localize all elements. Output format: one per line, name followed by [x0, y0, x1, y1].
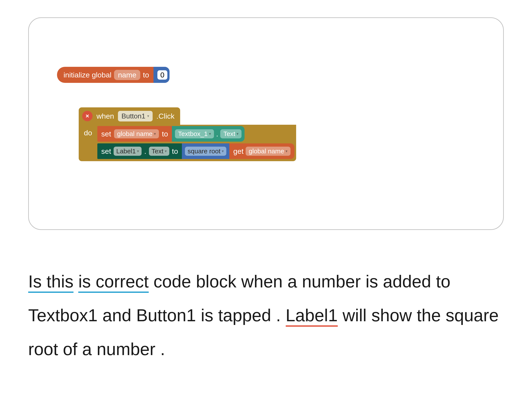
chevron-down-icon: ▾ [154, 131, 156, 136]
init-value[interactable]: 0 [157, 70, 168, 80]
math-op-dropdown[interactable]: square root ▾ [185, 147, 226, 156]
get-keyword: get [233, 147, 243, 156]
chevron-down-icon: ▾ [285, 149, 287, 154]
underline-label1: Label1 [286, 306, 338, 327]
set-var-segment: set global name ▾ to [97, 126, 172, 142]
when-keyword: when [96, 112, 114, 120]
textbox-label: Textbox_1 [178, 130, 208, 138]
code-panel: initialize global name to 0 × when Butto… [28, 17, 504, 230]
dot2: . [144, 147, 146, 156]
component-name: Button1 [121, 112, 145, 120]
init-prefix: initialize global [64, 71, 112, 79]
variable-dropdown[interactable]: global name ▾ [114, 129, 159, 138]
set-label-row[interactable]: set Label1 ▾ . Text ▾ to [97, 143, 294, 159]
to-keyword: to [162, 130, 168, 138]
text-prop-dropdown[interactable]: Text ▾ [220, 129, 241, 138]
chevron-down-icon: ▾ [209, 131, 211, 136]
underline-is-correct: is correct [78, 272, 149, 293]
text-prop-label: Text [223, 130, 235, 138]
math-op-label: square root [188, 148, 220, 155]
textbox-text-segment[interactable]: Textbox_1 ▾ . Text ▾ [172, 126, 245, 142]
component-dropdown[interactable]: Button1 ▾ [118, 111, 152, 121]
chevron-down-icon: ▾ [165, 149, 167, 154]
chevron-down-icon: ▾ [147, 114, 149, 118]
init-to: to [143, 71, 149, 79]
textbox-dropdown[interactable]: Textbox_1 ▾ [175, 129, 214, 138]
do-keyword: do [79, 125, 97, 161]
set-global-row[interactable]: set global name ▾ to Textbox_1 ▾ [97, 126, 294, 142]
label-dropdown[interactable]: Label1 ▾ [113, 147, 142, 156]
square-root-segment[interactable]: square root ▾ [182, 143, 229, 159]
variable-label: global name [117, 130, 152, 138]
do-body: set global name ▾ to Textbox_1 ▾ [97, 125, 296, 161]
get-var-segment[interactable]: get global name ▾ [229, 143, 294, 159]
do-container: do set global name ▾ to [79, 125, 296, 161]
to-keyword-2: to [172, 147, 178, 156]
init-orange-segment: initialize global name to [57, 67, 154, 83]
set-keyword: set [101, 130, 111, 138]
chevron-down-icon: ▾ [222, 149, 224, 154]
label-name: Label1 [116, 148, 136, 155]
set-label-segment: set Label1 ▾ . Text ▾ to [97, 143, 182, 159]
get-var-dropdown[interactable]: global name ▾ [246, 147, 290, 156]
error-icon[interactable]: × [82, 111, 92, 121]
set-keyword-2: set [101, 147, 111, 156]
variable-name-pill[interactable]: name [114, 70, 140, 80]
text-prop-label-2: Text [152, 148, 163, 155]
chevron-down-icon: ▾ [137, 149, 139, 154]
underline-is-this: Is this [28, 272, 73, 293]
chevron-down-icon: ▾ [237, 131, 238, 136]
text-prop-dropdown-2[interactable]: Text ▾ [149, 147, 169, 156]
when-event-block[interactable]: × when Button1 ▾ .Click do set global na… [79, 107, 296, 161]
event-name: .Click [157, 112, 174, 120]
question-text: Is this is correct code block when a num… [28, 265, 504, 366]
init-value-segment: 0 [154, 67, 170, 83]
dot: . [216, 130, 218, 138]
when-header: × when Button1 ▾ .Click [79, 107, 180, 125]
initialize-global-block[interactable]: initialize global name to 0 [57, 67, 170, 83]
get-var-label: global name [249, 148, 284, 155]
